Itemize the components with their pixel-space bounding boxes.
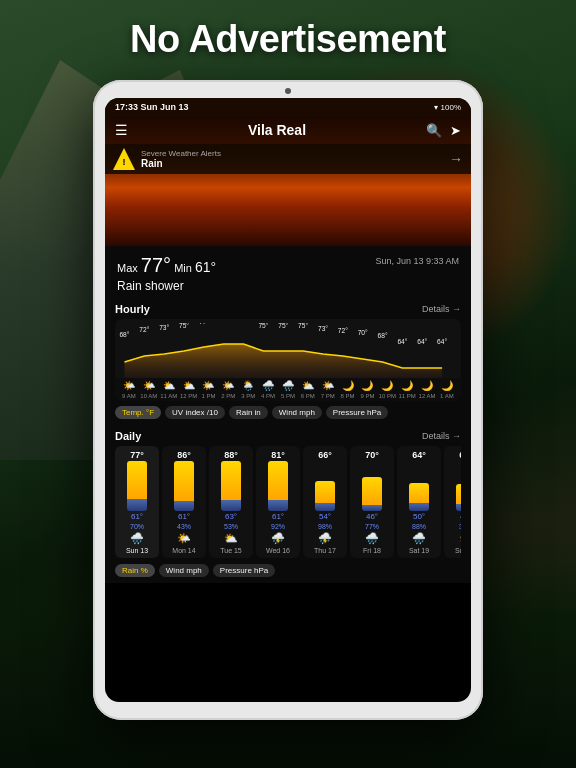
hourly-icons-row: 🌤️ 9 AM 🌤️ 10 AM ⛅ 11 AM ⛅ 12 PM 🌤️ 1 PM…: [115, 378, 461, 401]
hourly-chart: 68° 72° 73° 75° 77° 79° 79° 75° 75° 75° …: [115, 319, 461, 401]
daily-bar-low-5: [362, 505, 382, 511]
hourly-weather-icon-12: 🌙: [361, 380, 373, 392]
daily-icon-6: 🌧️: [412, 532, 426, 545]
daily-bar-low-6: [409, 503, 429, 511]
hourly-weather-icon-13: 🌙: [381, 380, 393, 392]
hourly-details-link[interactable]: Details →: [422, 304, 461, 314]
hourly-time-12: 9 PM: [360, 393, 374, 399]
daily-icon-2: ⛅: [224, 532, 238, 545]
max-label: Max: [117, 262, 138, 274]
alert-bar[interactable]: Severe Weather Alerts Rain →: [105, 144, 471, 174]
daily-filter-tab-1[interactable]: Wind mph: [159, 564, 209, 577]
daily-filter-tabs: Rain %Wind mphPressure hPa: [105, 560, 471, 583]
daily-high-7: 64°: [459, 450, 461, 460]
temp-label-3: 75°: [179, 323, 189, 329]
hourly-time-9: 6 PM: [301, 393, 315, 399]
daily-bar-low-4: [315, 503, 335, 511]
hourly-filter-tabs: Temp. °FUV index /10Rain inWind mphPress…: [105, 401, 471, 424]
menu-icon[interactable]: ☰: [115, 122, 128, 138]
hourly-time-5: 2 PM: [221, 393, 235, 399]
daily-high-6: 64°: [412, 450, 426, 460]
daily-icon-0: 🌧️: [130, 532, 144, 545]
weather-body: Max 77° Min 61° Sun, Jun 13 9:33 AM Rain…: [105, 246, 471, 583]
daily-precip-7: 34%: [459, 523, 461, 530]
daily-day-0: Sun 13: [126, 547, 148, 554]
daily-low-7: 48°: [460, 512, 461, 521]
hourly-col-10: 🌤️ 7 PM: [318, 380, 338, 399]
daily-high-2: 88°: [224, 450, 238, 460]
daily-low-5: 46°: [366, 512, 378, 521]
hourly-col-11: 🌙 8 PM: [338, 380, 358, 399]
daily-chart: 77° 61° 70% 🌧️ Sun 13 86° 61° 43% 🌤️ Mon…: [115, 446, 461, 560]
max-temp: 77°: [141, 254, 171, 276]
alert-warning-icon: [113, 148, 135, 170]
hourly-filter-tab-0[interactable]: Temp. °F: [115, 406, 161, 419]
hourly-col-12: 🌙 9 PM: [358, 380, 378, 399]
daily-icon-4: ⛈️: [318, 532, 332, 545]
hourly-filter-tab-2[interactable]: Rain in: [229, 406, 268, 419]
hourly-time-8: 5 PM: [281, 393, 295, 399]
condition-label: Rain shower: [117, 279, 459, 293]
current-datetime: Sun, Jun 13 9:33 AM: [375, 254, 459, 266]
daily-bar-6: [409, 461, 429, 511]
daily-section: Daily Details → 77° 61° 70% 🌧️ Sun 13 86…: [105, 424, 471, 560]
status-right: ▾ 100%: [434, 103, 461, 112]
hourly-weather-icon-9: ⛅: [302, 380, 314, 392]
hourly-filter-tab-3[interactable]: Wind mph: [272, 406, 322, 419]
hourly-filter-tab-1[interactable]: UV index /10: [165, 406, 225, 419]
hourly-col-7: 🌧️ 4 PM: [258, 380, 278, 399]
temp-label-15: 64°: [417, 338, 427, 345]
daily-high-1: 86°: [177, 450, 191, 460]
hourly-weather-icon-2: ⛅: [163, 380, 175, 392]
hourly-col-4: 🌤️ 1 PM: [199, 380, 219, 399]
hourly-weather-icon-11: 🌙: [342, 380, 354, 392]
hourly-time-1: 10 AM: [140, 393, 157, 399]
daily-bar-low-0: [127, 499, 147, 511]
daily-icon-3: ⛈️: [271, 532, 285, 545]
hourly-col-9: ⛅ 6 PM: [298, 380, 318, 399]
hourly-col-6: 🌦️ 3 PM: [238, 380, 258, 399]
daily-bar-3: [268, 461, 288, 511]
wifi-icon: ▾: [434, 103, 438, 112]
temp-label-1: 72°: [139, 326, 149, 333]
hourly-weather-icon-7: 🌧️: [262, 380, 274, 392]
daily-low-1: 61°: [178, 512, 190, 521]
temp-label-2: 73°: [159, 324, 169, 331]
min-label: Min: [174, 262, 192, 274]
hourly-weather-icon-14: 🌙: [401, 380, 413, 392]
daily-bar-low-7: [456, 504, 461, 511]
temp-label-10: 73°: [318, 325, 328, 332]
daily-filter-tab-0[interactable]: Rain %: [115, 564, 155, 577]
hourly-time-3: 12 PM: [180, 393, 197, 399]
daily-col-1: 86° 61° 43% 🌤️ Mon 14: [162, 446, 206, 558]
hourly-filter-tab-4[interactable]: Pressure hPa: [326, 406, 388, 419]
temp-label-13: 68°: [378, 332, 388, 339]
ipad-camera: [285, 88, 291, 94]
daily-bar-low-1: [174, 501, 194, 511]
daily-precip-2: 53%: [224, 523, 238, 530]
hourly-time-2: 11 AM: [160, 393, 177, 399]
search-icon[interactable]: 🔍: [426, 123, 442, 138]
daily-low-3: 61°: [272, 512, 284, 521]
hourly-time-6: 3 PM: [241, 393, 255, 399]
daily-details-link[interactable]: Details →: [422, 431, 461, 441]
hourly-weather-icon-5: 🌤️: [222, 380, 234, 392]
temp-label-0: 68°: [119, 331, 129, 338]
hourly-time-7: 4 PM: [261, 393, 275, 399]
hourly-weather-icon-4: 🌤️: [202, 380, 214, 392]
hourly-col-8: 🌧️ 5 PM: [278, 380, 298, 399]
temp-label-8: 75°: [278, 323, 288, 329]
hourly-time-15: 12 AM: [419, 393, 436, 399]
status-bar: 17:33 Sun Jun 13 ▾ 100%: [105, 98, 471, 116]
daily-col-7: 64° 48° 34% 🌤️ Sun 20: [444, 446, 461, 558]
daily-high-0: 77°: [130, 450, 144, 460]
location-icon[interactable]: ➤: [450, 123, 461, 138]
hourly-weather-icon-15: 🌙: [421, 380, 433, 392]
hourly-col-14: 🌙 11 PM: [397, 380, 417, 399]
daily-bar-high-7: [456, 484, 461, 504]
daily-filter-tab-2[interactable]: Pressure hPa: [213, 564, 275, 577]
daily-bar-high-4: [315, 481, 335, 503]
hourly-time-10: 7 PM: [321, 393, 335, 399]
hourly-weather-icon-10: 🌤️: [322, 380, 334, 392]
alert-text: Severe Weather Alerts Rain: [141, 149, 449, 169]
